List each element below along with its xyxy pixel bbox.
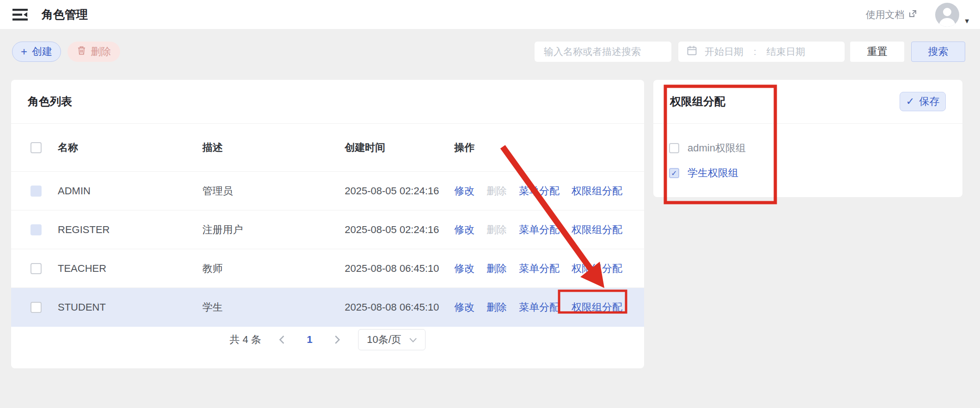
edit-link[interactable]: 修改: [454, 300, 475, 314]
permission-group-card: 权限组分配 ✓ 保存 admin权限组 ✓ 学生权限组: [653, 80, 962, 197]
page-number[interactable]: 1: [303, 334, 317, 346]
user-menu-caret-icon[interactable]: ▾: [965, 16, 969, 26]
chevron-down-icon: [409, 334, 417, 346]
permission-group-title: 权限组分配: [670, 94, 725, 109]
group-label: admin权限组: [688, 141, 746, 155]
role-desc: 注册用户: [202, 223, 345, 237]
menu-assign-link[interactable]: 菜单分配: [519, 184, 560, 198]
role-list-title: 角色列表: [28, 94, 72, 109]
trash-icon: [77, 45, 86, 58]
page-size-select[interactable]: 10条/页: [358, 329, 426, 350]
user-avatar[interactable]: [935, 3, 959, 27]
save-button-label: 保存: [919, 95, 939, 108]
perm-group-assign-link[interactable]: 权限组分配: [572, 184, 622, 198]
calendar-icon: [687, 45, 697, 58]
column-header-created: 创建时间: [345, 141, 454, 155]
menu-assign-link[interactable]: 菜单分配: [519, 262, 560, 276]
delete-link[interactable]: 删除: [487, 300, 507, 314]
date-separator: :: [754, 46, 756, 57]
role-created: 2025-08-08 06:45:10: [345, 301, 454, 313]
role-name: STUDENT: [58, 301, 202, 313]
role-desc: 学生: [202, 300, 345, 314]
select-all-checkbox[interactable]: [30, 142, 42, 153]
prev-page-icon[interactable]: [275, 333, 289, 347]
header-right: 使用文档 ▾: [865, 0, 969, 30]
role-name: TEACHER: [58, 263, 202, 275]
column-header-name: 名称: [58, 141, 202, 155]
create-button-label: 创建: [32, 45, 52, 59]
collapse-menu-icon[interactable]: [12, 7, 29, 23]
check-icon: ✓: [906, 96, 914, 108]
role-created: 2025-08-05 02:24:16: [345, 224, 454, 236]
role-created: 2025-08-08 06:45:10: [345, 263, 454, 275]
role-desc: 管理员: [202, 184, 345, 198]
column-header-ops: 操作: [454, 141, 644, 155]
external-link-icon: [908, 9, 918, 21]
page-title: 角色管理: [42, 7, 88, 22]
role-name: ADMIN: [58, 185, 202, 197]
table-header-row: 名称 描述 创建时间 操作: [11, 124, 644, 172]
role-list-header: 角色列表: [11, 80, 644, 124]
delete-button-label: 删除: [91, 45, 111, 59]
search-button[interactable]: 搜索: [911, 42, 965, 62]
role-name: REGISTER: [58, 224, 202, 236]
role-list-card: 角色列表 名称 描述 创建时间 操作 ADMIN 管理员 2025-08-05 …: [11, 80, 644, 368]
save-button[interactable]: ✓ 保存: [900, 92, 946, 111]
pagination: 共 4 条 1 10条/页: [11, 324, 644, 356]
delete-button[interactable]: 删除: [67, 42, 120, 62]
row-checkbox[interactable]: [30, 302, 42, 313]
plus-icon: +: [21, 46, 27, 57]
end-date-placeholder: 结束日期: [767, 45, 805, 58]
search-input[interactable]: [535, 42, 671, 62]
perm-group-assign-link-student[interactable]: 权限组分配: [572, 300, 622, 314]
group-row-student[interactable]: ✓ 学生权限组: [669, 162, 962, 184]
table-row-teacher: TEACHER 教师 2025-08-08 06:45:10 修改 删除 菜单分…: [11, 249, 644, 288]
permission-group-list: admin权限组 ✓ 学生权限组: [653, 124, 962, 184]
toolbar: + 创建 删除: [11, 42, 969, 62]
table-row-register: REGISTER 注册用户 2025-08-05 02:24:16 修改 删除 …: [11, 210, 644, 249]
menu-assign-link[interactable]: 菜单分配: [519, 223, 560, 237]
row-checkbox: [30, 186, 42, 197]
delete-link[interactable]: 删除: [487, 262, 507, 276]
menu-assign-link[interactable]: 菜单分配: [519, 300, 560, 314]
table-row-admin: ADMIN 管理员 2025-08-05 02:24:16 修改 删除 菜单分配…: [11, 172, 644, 210]
start-date-placeholder: 开始日期: [705, 45, 743, 58]
docs-link[interactable]: 使用文档: [865, 8, 918, 21]
perm-group-assign-link[interactable]: 权限组分配: [572, 223, 622, 237]
delete-link: 删除: [487, 184, 507, 198]
app-header: 角色管理 使用文档 ▾: [0, 0, 980, 30]
edit-link[interactable]: 修改: [454, 262, 475, 276]
group-row-admin[interactable]: admin权限组: [669, 138, 962, 159]
row-checkbox: [30, 224, 42, 235]
docs-link-label: 使用文档: [865, 8, 904, 21]
role-management-page: 角色管理 使用文档 ▾: [0, 0, 980, 408]
role-created: 2025-08-05 02:24:16: [345, 185, 454, 197]
next-page-icon[interactable]: [330, 333, 344, 347]
row-checkbox[interactable]: [30, 263, 42, 274]
permission-group-header: 权限组分配 ✓ 保存: [653, 80, 962, 124]
group-checkbox-checked[interactable]: ✓: [669, 168, 679, 178]
edit-link[interactable]: 修改: [454, 184, 475, 198]
pagination-total: 共 4 条: [230, 333, 261, 347]
group-checkbox-unchecked[interactable]: [669, 143, 679, 153]
delete-link: 删除: [487, 223, 507, 237]
check-icon: ✓: [671, 169, 677, 178]
reset-button[interactable]: 重置: [850, 42, 904, 62]
search-button-label: 搜索: [928, 45, 949, 59]
create-button[interactable]: + 创建: [12, 42, 61, 62]
role-desc: 教师: [202, 262, 345, 276]
date-range-picker[interactable]: 开始日期 : 结束日期: [678, 42, 845, 62]
table-body: ADMIN 管理员 2025-08-05 02:24:16 修改 删除 菜单分配…: [11, 172, 644, 327]
column-header-desc: 描述: [202, 141, 345, 155]
page-size-value: 10条/页: [367, 333, 402, 347]
reset-button-label: 重置: [867, 45, 888, 59]
table-row-student: STUDENT 学生 2025-08-08 06:45:10 修改 删除 菜单分…: [11, 288, 644, 327]
group-label: 学生权限组: [688, 166, 738, 180]
perm-group-assign-link[interactable]: 权限组分配: [572, 262, 622, 276]
edit-link[interactable]: 修改: [454, 223, 475, 237]
